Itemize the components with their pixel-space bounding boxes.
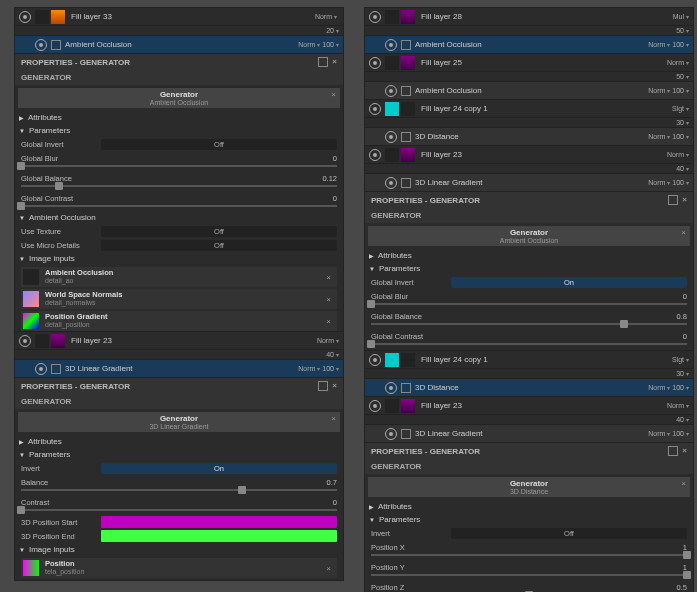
image-input[interactable]: World Space Normalsdetail_normalws × [21,289,337,309]
slider[interactable] [371,554,687,556]
visibility-icon[interactable] [35,363,47,375]
close-icon[interactable]: × [332,57,337,67]
effect-row[interactable]: Ambient Occlusion Norm ▾ 100 ▾ [365,36,693,54]
layer-name[interactable]: Fill layer 23 [67,336,317,345]
undock-icon[interactable] [318,381,328,391]
close-icon[interactable]: × [331,414,336,423]
generator-band[interactable]: Generator 3D Linear Gradient × [18,412,340,432]
parameters-toggle[interactable]: ▼Parameters [15,448,343,461]
slider[interactable] [21,509,337,511]
toggle[interactable]: Off [101,139,337,150]
undock-icon[interactable] [668,446,678,456]
close-icon[interactable]: × [322,273,335,282]
image-inputs-toggle[interactable]: ▼Image inputs [15,252,343,265]
param-global-invert: Global Invert Off [15,137,343,151]
ao-toggle[interactable]: ▼Ambient Occlusion [15,211,343,224]
slider[interactable] [371,343,687,345]
layer-row[interactable]: Fill layer 33 Norm▾ [15,8,343,26]
effect-row[interactable]: 3D Distance Norm ▾ 100 ▾ [365,379,693,397]
layer-thumb[interactable] [51,334,65,348]
parameters-toggle[interactable]: ▼Parameters [15,124,343,137]
properties-header: PROPERTIES - GENERATOR × [365,443,693,459]
slider[interactable] [21,489,337,491]
slider[interactable] [371,303,687,305]
image-input[interactable]: Positiontela_position × [21,558,337,578]
attributes-toggle[interactable]: ▶Attributes [15,435,343,448]
param-pos-end: 3D Position End [15,529,343,543]
layer-row[interactable]: Fill layer 25 Norm ▾ [365,54,693,72]
undock-icon[interactable] [668,195,678,205]
close-icon[interactable]: × [332,381,337,391]
properties-header: PROPERTIES - GENERATOR × [365,192,693,208]
visibility-icon[interactable] [35,39,47,51]
layer-row[interactable]: Fill layer 24 copy 1 Slgt ▾ [365,100,693,118]
opacity-value[interactable]: 20 [326,27,334,34]
toggle[interactable]: On [101,463,337,474]
layer-opacity-row: 20▾ [15,26,343,36]
param-global-blur: Global Blur 0 [15,151,343,165]
close-icon[interactable]: × [681,479,686,488]
blend-mode[interactable]: Norm [315,13,332,20]
layer-name[interactable]: Fill layer 33 [67,12,315,21]
slider[interactable] [21,165,337,167]
color-swatch[interactable] [101,530,337,542]
generator-band[interactable]: Generator Ambient Occlusion × [18,88,340,108]
chevron-down-icon: ▼ [19,215,25,221]
close-icon[interactable]: × [322,295,335,304]
slider[interactable] [371,323,687,325]
param-use-micro: Use Micro Details Off [15,238,343,252]
undock-icon[interactable] [318,57,328,67]
slider[interactable] [371,574,687,576]
layer-row[interactable]: Fill layer 23 Norm ▾ [365,397,693,415]
attributes-toggle[interactable]: ▶Attributes [365,500,693,513]
toggle[interactable]: On [451,277,687,288]
layer-row[interactable]: Fill layer 28 Mul ▾ [365,8,693,26]
layer-row[interactable]: Fill layer 23 Norm ▾ [365,146,693,164]
attributes-toggle[interactable]: ▶Attributes [15,111,343,124]
slider[interactable] [21,185,337,187]
mask-thumb[interactable] [35,334,49,348]
effect-name[interactable]: 3D Linear Gradient [61,364,298,373]
effect-row[interactable]: 3D Distance Norm ▾ 100 ▾ [365,128,693,146]
effect-row[interactable]: 3D Linear Gradient Norm ▾ 100 ▾ [365,174,693,192]
close-icon[interactable]: × [682,195,687,205]
effect-row[interactable]: 3D Linear Gradient Norm ▾ 100 ▾ [15,360,343,378]
visibility-icon[interactable] [19,335,31,347]
effect-icon [51,364,61,374]
input-thumb [23,313,39,329]
layer-row[interactable]: Fill layer 24 copy 1 Slgt ▾ [365,351,693,369]
visibility-icon[interactable] [369,11,381,23]
effect-icon [51,40,61,50]
toggle[interactable]: Off [451,528,687,539]
image-inputs-toggle[interactable]: ▼Image inputs [15,543,343,556]
close-icon[interactable]: × [322,317,335,326]
effect-name[interactable]: Ambient Occlusion [61,40,298,49]
close-icon[interactable]: × [331,90,336,99]
close-icon[interactable]: × [681,228,686,237]
generator-heading: GENERATOR [15,70,343,85]
parameters-toggle[interactable]: ▼Parameters [365,262,693,275]
close-icon[interactable]: × [682,446,687,456]
param-balance: Balance 0.7 [15,475,343,489]
image-input[interactable]: Position Gradientdetail_position × [21,311,337,331]
chevron-right-icon: ▶ [19,114,24,121]
toggle[interactable]: Off [101,226,337,237]
parameters-toggle[interactable]: ▼Parameters [365,513,693,526]
color-swatch[interactable] [101,516,337,528]
chevron-down-icon[interactable]: ▾ [334,13,337,20]
layer-thumb[interactable] [51,10,65,24]
slider[interactable] [21,205,337,207]
generator-band[interactable]: Generator Ambient Occlusion × [368,226,690,246]
effect-row[interactable]: 3D Linear Gradient Norm ▾ 100 ▾ [365,425,693,443]
image-input[interactable]: Ambient Occlusiondetail_ao × [21,267,337,287]
visibility-icon[interactable] [19,11,31,23]
input-thumb [23,291,39,307]
attributes-toggle[interactable]: ▶Attributes [365,249,693,262]
generator-band[interactable]: Generator 3D Distance × [368,477,690,497]
layer-row[interactable]: Fill layer 23 Norm ▾ [15,332,343,350]
effect-row[interactable]: Ambient Occlusion Norm ▾ 100 ▾ [365,82,693,100]
effect-row[interactable]: Ambient Occlusion Norm ▾ 100 ▾ [15,36,343,54]
mask-thumb[interactable] [35,10,49,24]
toggle[interactable]: Off [101,240,337,251]
close-icon[interactable]: × [322,564,335,573]
